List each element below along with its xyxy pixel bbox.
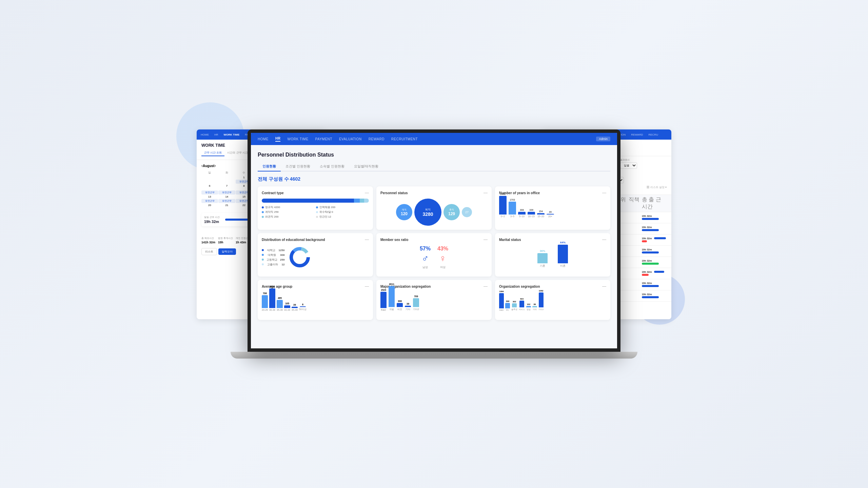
contract-type-bar (262, 199, 369, 203)
personnel-status-menu[interactable]: — (484, 190, 488, 195)
org-seg-menu[interactable]: — (602, 284, 606, 289)
nav-reward[interactable]: REWARD (369, 137, 384, 141)
sex-ratio-title: Member sex ratio (380, 238, 408, 242)
main-nav: HOME HR WORK TIME PAYMENT EVALUATION REW… (251, 133, 617, 145)
right-nav-recru[interactable]: RECRU (648, 133, 658, 136)
nav-payment[interactable]: PAYMENT (315, 137, 332, 141)
donut-chart (288, 245, 312, 269)
contract-type-card: Contract type — 정규직 4200 인력채용 200 계약직 25… (258, 186, 373, 230)
total-value: 4602 (290, 176, 300, 182)
female-label: 여성 (440, 265, 446, 269)
admin-badge: Admin (596, 137, 610, 141)
contract-type-menu[interactable]: — (365, 190, 369, 195)
age-group-card: Average age group — 706 20-29 2011 30-34 (258, 280, 373, 320)
calendar-view-btn[interactable]: 달력모아 (218, 248, 236, 255)
marital-chart: 36% 기혼 64% 미혼 (499, 245, 606, 272)
bubble-1: 재직 120 (396, 204, 412, 220)
bubble-4: 27 (462, 207, 472, 217)
nav-eval[interactable]: EVALUATION (339, 137, 362, 141)
daily-value: 19h 32m (204, 220, 220, 224)
male-icon: ♂ (421, 253, 429, 264)
tab-personnel[interactable]: 인원현황 (258, 162, 281, 171)
left-tab-0[interactable]: 근무 시간 조회 (201, 150, 224, 156)
main-content-area: Personnel Distribution Status 인원현황 조건별 인… (251, 145, 617, 348)
bubble-2: 퇴직 3280 (414, 199, 441, 226)
nav-recruit[interactable]: RECRUITMENT (391, 137, 418, 141)
bubble-3: 휴직 129 (443, 204, 460, 220)
calendar-month: August (203, 164, 214, 168)
major-org-chart: 1524 R&D 2011 개발 308 비전 (380, 292, 488, 316)
laptop-base (231, 352, 637, 359)
major-org-menu[interactable]: — (484, 284, 488, 289)
years-chart: 2448 0~2 1703 3~5 308 5~10 (499, 199, 606, 222)
nav-worktime[interactable]: WORK TIME (287, 137, 308, 141)
total-label: 전체 구성원 수 (258, 176, 289, 182)
left-nav-home[interactable]: HOME (201, 133, 209, 136)
main-tabs: 인원현황 조건별 인원현황 소속별 인원현황 요일별/재직현황 (258, 162, 610, 171)
female-icon: ♀ (439, 253, 447, 264)
marital-status-title: Marital status (499, 238, 521, 242)
bar-seg-5 (369, 199, 369, 203)
bar-seg-3 (360, 199, 364, 203)
left-nav-worktime[interactable]: WORK TIME (224, 133, 240, 136)
male-label: 남성 (422, 265, 428, 269)
main-screen: HOME HR WORK TIME PAYMENT EVALUATION REW… (248, 129, 620, 352)
personnel-bubbles: 재직 120 퇴직 3280 휴직 129 27 (380, 199, 488, 226)
bar-seg-2 (354, 199, 360, 203)
edu-content: 대학교 1250 대학원 308 고등학교 259 (262, 245, 369, 269)
years-in-office-card: Number of years in office — 2448 0~2 170… (495, 186, 610, 230)
education-menu[interactable]: — (365, 237, 369, 242)
org-seg-card: Organization segregation — 1094 R&D 398 … (495, 280, 610, 320)
female-pct: 43% (437, 246, 448, 252)
filter-result-label: 결과표시 (620, 158, 637, 162)
age-group-menu[interactable]: — (365, 284, 369, 289)
sex-ratio-menu[interactable]: — (484, 237, 488, 242)
left-nav-hr[interactable]: HR (214, 133, 218, 136)
list-style-dropdown[interactable]: ☰ 리스트 설정 ▾ (647, 185, 667, 192)
years-menu[interactable]: — (602, 190, 606, 195)
major-org-title: Major organization segregation (380, 285, 431, 288)
contract-type-title: Contract type (262, 191, 283, 195)
education-title: Distribution of educational background (262, 238, 325, 242)
personnel-status-card: Personnel status — 재직 120 퇴직 3280 (376, 186, 492, 230)
marital-menu[interactable]: — (602, 237, 606, 242)
contract-legend: 정규직 4200 인력채용 200 계약직 259 위수탁/알 0 파견직 20… (262, 205, 369, 219)
nav-home[interactable]: HOME (258, 137, 269, 141)
age-chart: 706 20-29 2011 30-34 495 35-39 (262, 292, 369, 316)
right-nav-reward[interactable]: REWARD (631, 133, 643, 136)
th-hours: 총 출 근 시간 (642, 196, 667, 210)
page-title: Personnel Distribution Status (258, 152, 610, 158)
tab-dept[interactable]: 소속별 인원현황 (315, 162, 349, 171)
daily-label: 일일 근무 시간 (204, 216, 220, 219)
age-group-title: Average age group (262, 285, 292, 288)
major-org-card: Major organization segregation — 1524 R&… (376, 280, 492, 320)
marital-status-card: Marital status — 36% 기혼 64% 미혼 (495, 233, 610, 277)
th-type: 직책 (629, 196, 642, 210)
next-month-btn[interactable]: › (214, 163, 216, 168)
bar-seg-4 (364, 199, 369, 203)
education-card: Distribution of educational background —… (258, 233, 373, 277)
cards-grid: Contract type — 정규직 4200 인력채용 200 계약직 25… (258, 186, 610, 320)
filter-result-select[interactable]: 일별 (620, 162, 637, 169)
personnel-status-title: Personnel status (380, 191, 408, 195)
bar-seg-1 (262, 199, 354, 203)
org-seg-chart: 1094 R&D 398 PC 302 솔루션 (499, 292, 606, 316)
sex-ratio-chart: 57% ♂ 남성 43% ♀ 여성 (380, 245, 488, 272)
org-seg-title: Organization segregation (499, 285, 540, 288)
nav-hr[interactable]: HR (275, 137, 280, 142)
list-view-btn[interactable]: 리스트 (201, 248, 217, 255)
tab-dayoff[interactable]: 요일별/재직현황 (349, 162, 383, 171)
male-pct: 57% (420, 246, 431, 252)
total-count: 전체 구성원 수 4602 (258, 176, 610, 182)
tab-condition[interactable]: 조건별 인원현황 (281, 162, 315, 171)
sex-ratio-card: Member sex ratio — 57% ♂ 남성 43% ♀ 여성 (376, 233, 492, 277)
